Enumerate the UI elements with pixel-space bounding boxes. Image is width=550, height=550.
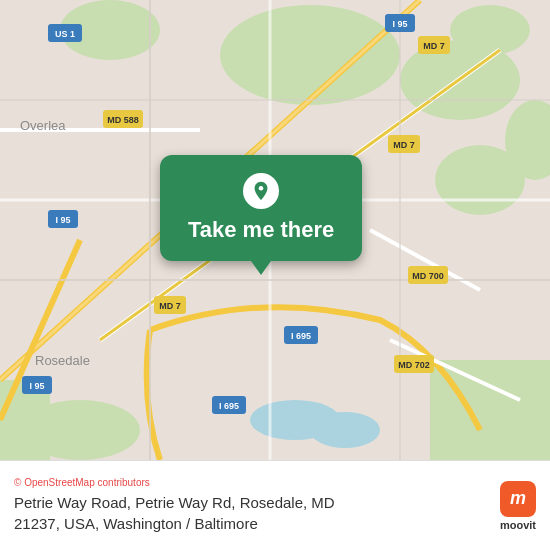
svg-text:I 95: I 95 — [29, 381, 44, 391]
moovit-logo: m moovit — [500, 481, 536, 531]
take-me-there-callout[interactable]: Take me there — [160, 155, 362, 261]
svg-point-3 — [450, 5, 530, 55]
info-bar: © OpenStreetMap contributors Petrie Way … — [0, 460, 550, 550]
svg-text:US 1: US 1 — [55, 29, 75, 39]
svg-text:I 695: I 695 — [219, 401, 239, 411]
svg-text:Rosedale: Rosedale — [35, 353, 90, 368]
svg-text:MD 7: MD 7 — [159, 301, 181, 311]
svg-text:I 95: I 95 — [55, 215, 70, 225]
svg-text:MD 700: MD 700 — [412, 271, 444, 281]
svg-point-11 — [310, 412, 380, 448]
address-block: © OpenStreetMap contributors Petrie Way … — [14, 477, 490, 534]
svg-text:I 95: I 95 — [392, 19, 407, 29]
svg-text:MD 588: MD 588 — [107, 115, 139, 125]
svg-text:MD 7: MD 7 — [393, 140, 415, 150]
svg-text:Overlea: Overlea — [20, 118, 66, 133]
svg-text:MD 702: MD 702 — [398, 360, 430, 370]
address-text: Petrie Way Road, Petrie Way Rd, Rosedale… — [14, 492, 490, 534]
moovit-brand-text: moovit — [500, 519, 536, 531]
moovit-icon: m — [500, 481, 536, 517]
svg-text:MD 7: MD 7 — [423, 41, 445, 51]
svg-text:I 695: I 695 — [291, 331, 311, 341]
svg-point-1 — [220, 5, 400, 105]
location-pin-icon — [243, 173, 279, 209]
map-container: Overlea Rosedale US 1 I 95 MD 7 MD 588 M… — [0, 0, 550, 460]
osm-credit: © OpenStreetMap contributors — [14, 477, 490, 488]
svg-point-53 — [259, 186, 264, 191]
callout-label: Take me there — [188, 217, 334, 243]
